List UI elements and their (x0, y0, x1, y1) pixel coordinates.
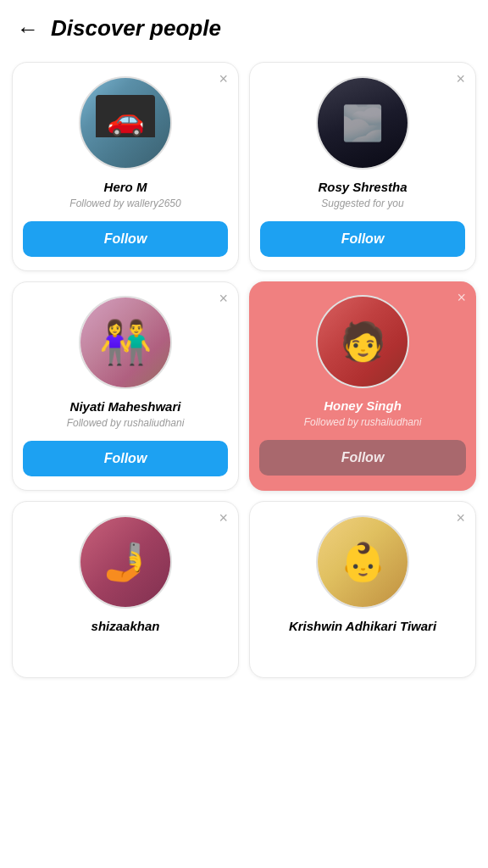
person-name-shizaakhan: shizaakhan (92, 619, 160, 633)
person-card-hero-m: × Hero M Followed by wallery2650 Follow (12, 62, 239, 271)
follow-button-honey-singh[interactable]: Follow (259, 440, 466, 476)
follow-button-niyati-maheshwari[interactable]: Follow (23, 441, 228, 476)
avatar-image-rosy-shrestha (318, 78, 408, 168)
avatar-rosy-shrestha (316, 76, 409, 170)
avatar-image-honey-singh (318, 297, 408, 387)
avatar-niyati-maheshwari (79, 296, 172, 389)
avatar-honey-singh (316, 295, 409, 388)
avatar-hero-m (79, 76, 172, 170)
person-card-niyati-maheshwari: × Niyati Maheshwari Followed by rushaliu… (12, 281, 239, 491)
close-button-niyati-maheshwari[interactable]: × (219, 291, 228, 306)
person-subtext-hero-m: Followed by wallery2650 (69, 198, 180, 209)
close-button-hero-m[interactable]: × (219, 71, 228, 86)
close-button-honey-singh[interactable]: × (457, 290, 466, 305)
avatar-shizaakhan (79, 515, 172, 609)
page-header: ← Discover people (0, 0, 488, 53)
person-name-niyati-maheshwari: Niyati Maheshwari (70, 399, 181, 414)
close-button-shizaakhan[interactable]: × (219, 510, 228, 526)
back-button[interactable]: ← (17, 18, 39, 40)
person-subtext-honey-singh: Followed by rushaliudhani (304, 416, 422, 428)
page-title: Discover people (51, 15, 221, 42)
avatar-krishwin-adhikari-tiwari (316, 515, 409, 609)
person-name-hero-m: Hero M (104, 180, 147, 194)
person-name-honey-singh: Honey Singh (324, 398, 402, 413)
avatar-image-krishwin-adhikari-tiwari (318, 517, 408, 607)
close-button-krishwin-adhikari-tiwari[interactable]: × (456, 510, 465, 526)
follow-button-hero-m[interactable]: Follow (23, 221, 228, 257)
avatar-image-niyati-maheshwari (80, 298, 170, 387)
avatar-image-shizaakhan (80, 517, 170, 607)
person-card-shizaakhan: × shizaakhan (12, 501, 239, 678)
avatar-image-hero-m (80, 78, 170, 168)
person-card-krishwin-adhikari-tiwari: × Krishwin Adhikari Tiwari (249, 501, 476, 678)
people-grid: × Hero M Followed by wallery2650 Follow … (0, 53, 488, 695)
follow-button-rosy-shrestha[interactable]: Follow (260, 221, 465, 257)
person-card-rosy-shrestha: × Rosy Shrestha Suggested for you Follow (249, 62, 476, 271)
person-subtext-niyati-maheshwari: Followed by rushaliudhani (67, 417, 185, 429)
person-subtext-rosy-shrestha: Suggested for you (321, 198, 403, 209)
close-button-rosy-shrestha[interactable]: × (456, 71, 465, 86)
person-card-honey-singh: × Honey Singh Followed by rushaliudhani … (249, 281, 476, 491)
person-name-rosy-shrestha: Rosy Shrestha (318, 180, 407, 194)
person-name-krishwin-adhikari-tiwari: Krishwin Adhikari Tiwari (289, 619, 436, 633)
